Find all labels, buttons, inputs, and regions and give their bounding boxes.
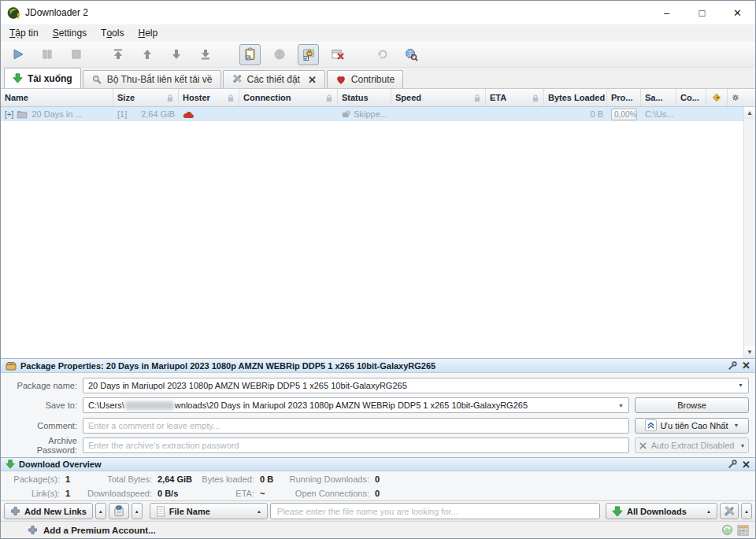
column-header-save-to[interactable]: Sa... bbox=[641, 89, 676, 106]
status-cell: Skippe... bbox=[354, 109, 387, 119]
reconnect-button[interactable] bbox=[372, 44, 393, 65]
add-new-links-button[interactable]: Add New Links bbox=[4, 503, 93, 519]
window-title: JDownloader 2 bbox=[25, 7, 88, 18]
redacted-username bbox=[125, 401, 174, 410]
arrow-top-icon bbox=[112, 48, 124, 61]
paste-links-dropdown-icon[interactable]: ▲ bbox=[132, 503, 143, 519]
column-header-comment[interactable]: Co... bbox=[676, 89, 706, 106]
package-row[interactable]: [+] 20 Days in ... [1]2,64 GiB Skippe...… bbox=[1, 107, 755, 121]
monitor-lock-icon bbox=[302, 47, 316, 61]
add-links-dropdown-icon[interactable]: ▲ bbox=[95, 503, 106, 519]
settings-tools-icon bbox=[232, 75, 243, 85]
arrow-bottom-icon bbox=[199, 48, 212, 61]
priority-highest-icon bbox=[645, 419, 657, 431]
pin-panel-icon[interactable] bbox=[728, 361, 737, 371]
add-premium-account-link[interactable]: Add a Premium Account... bbox=[43, 526, 156, 535]
stop-downloads-button[interactable] bbox=[65, 44, 87, 65]
stat-value: 0 bbox=[369, 474, 755, 484]
clipboard-observer-toggle[interactable] bbox=[239, 44, 261, 65]
scroll-down-icon[interactable]: ▼ bbox=[744, 346, 755, 358]
column-header-eta[interactable]: ETA bbox=[486, 89, 544, 106]
save-to-combobox[interactable]: C:\Users\wnloads\20 Days in Mariupol 202… bbox=[83, 397, 629, 413]
auto-extract-dropdown[interactable]: Auto Extract Disabled ▼ bbox=[635, 437, 749, 453]
scroll-up-icon[interactable]: ▲ bbox=[744, 107, 755, 119]
download-overview-panel: Download Overview ✕ Package(s): 1 Total … bbox=[1, 457, 755, 500]
table-columns-icon[interactable] bbox=[737, 525, 749, 536]
browse-button[interactable]: Browse bbox=[635, 397, 749, 413]
start-downloads-button[interactable] bbox=[7, 44, 28, 65]
filename-search-input[interactable] bbox=[270, 503, 600, 519]
downloads-table: Name Size Hoster Connection Status Speed… bbox=[1, 89, 755, 359]
view-filter-dropdown[interactable]: All Downloads ▲ bbox=[606, 503, 717, 519]
chevron-down-icon: ▼ bbox=[733, 423, 739, 428]
premium-speed-button[interactable] bbox=[269, 44, 290, 65]
column-header-priority[interactable] bbox=[706, 89, 728, 106]
menu-file[interactable]: Tập tin bbox=[2, 24, 46, 42]
lock-icon bbox=[166, 94, 174, 102]
column-header-connection[interactable]: Connection bbox=[239, 89, 338, 106]
quick-settings-button[interactable] bbox=[720, 503, 739, 519]
speed-globe-icon bbox=[272, 47, 287, 61]
tab-settings-close-icon[interactable]: ✕ bbox=[308, 74, 317, 86]
chevron-down-icon[interactable]: ▼ bbox=[613, 403, 624, 408]
close-panel-icon[interactable]: ✕ bbox=[742, 460, 750, 470]
extract-disabled-x-icon bbox=[639, 441, 647, 450]
menu-help[interactable]: Help bbox=[131, 24, 165, 42]
menu-settings[interactable]: Settings bbox=[46, 24, 94, 42]
search-category-dropdown[interactable]: File Name ▲ bbox=[150, 503, 268, 519]
row-expander[interactable]: [+] bbox=[5, 110, 13, 119]
column-header-size[interactable]: Size bbox=[113, 89, 179, 106]
tab-settings[interactable]: Các thiết đặt ✕ bbox=[223, 70, 325, 88]
connection-status-icon[interactable] bbox=[721, 524, 733, 536]
archive-password-input[interactable] bbox=[83, 437, 629, 453]
close-panel-icon[interactable]: ✕ bbox=[742, 360, 750, 371]
menu-tools[interactable]: Tools bbox=[94, 24, 131, 42]
link-count: [1] bbox=[117, 109, 127, 119]
hoster-cloud-icon bbox=[183, 110, 195, 119]
stat-label: Open Connections: bbox=[284, 489, 369, 498]
move-down-button[interactable] bbox=[165, 44, 187, 65]
move-to-bottom-button[interactable] bbox=[195, 44, 216, 65]
web-search-button[interactable] bbox=[401, 44, 422, 65]
priority-dropdown[interactable]: Ưu tiên Cao Nhất ▼ bbox=[635, 418, 749, 434]
stat-label: Downloadspeed: bbox=[83, 489, 152, 498]
tab-linkgrabber[interactable]: Bộ Thu-Bắt liên kết tải về bbox=[83, 70, 221, 88]
main-toolbar bbox=[1, 42, 755, 68]
pause-downloads-button[interactable] bbox=[36, 44, 57, 65]
jdownloader-window: JDownloader 2 – □ ✕ Tập tin Settings Too… bbox=[0, 0, 756, 539]
bottom-toolbar: Add New Links ▲ ▲ File Name ▲ All Downlo… bbox=[1, 500, 755, 521]
save-to-label: Save to: bbox=[7, 401, 83, 410]
quick-settings-dropdown-icon[interactable]: ▲ bbox=[741, 503, 752, 519]
minimize-button[interactable]: – bbox=[649, 1, 684, 24]
close-after-downloads-button[interactable] bbox=[327, 44, 348, 65]
column-header-hoster[interactable]: Hoster bbox=[179, 89, 239, 106]
globe-search-icon bbox=[404, 47, 419, 62]
menu-bar: Tập tin Settings Tools Help bbox=[1, 24, 755, 42]
tab-contribute[interactable]: Contribute bbox=[327, 70, 403, 88]
column-header-status[interactable]: Status bbox=[338, 89, 391, 106]
stat-value: 1 bbox=[60, 474, 83, 484]
bytes-loaded-cell: 0 B bbox=[590, 109, 603, 119]
pin-panel-icon[interactable] bbox=[728, 460, 737, 469]
package-name-label: Package name: bbox=[7, 381, 83, 390]
tab-downloads[interactable]: Tải xuống bbox=[4, 68, 81, 88]
move-to-top-button[interactable] bbox=[107, 44, 128, 65]
panel-title: Package Properties: 20 Days in Mariupol … bbox=[20, 361, 435, 371]
chevron-down-icon[interactable]: ▼ bbox=[733, 382, 743, 388]
column-header-bytes-loaded[interactable]: Bytes Loaded bbox=[544, 89, 607, 106]
maximize-button[interactable]: □ bbox=[684, 1, 720, 24]
lock-shutdown-toggle[interactable] bbox=[298, 44, 319, 65]
paste-links-button[interactable] bbox=[109, 503, 129, 519]
comment-input[interactable] bbox=[83, 418, 629, 434]
table-scrollbar[interactable]: ▲ ▼ bbox=[743, 107, 755, 358]
move-up-button[interactable] bbox=[136, 44, 158, 65]
archive-password-label: Archive Password: bbox=[7, 436, 83, 455]
close-button[interactable]: ✕ bbox=[720, 1, 755, 24]
column-header-name[interactable]: Name bbox=[1, 89, 113, 106]
column-header-speed[interactable]: Speed bbox=[391, 89, 486, 106]
lock-icon bbox=[325, 94, 333, 102]
column-header-progress[interactable]: Pro... bbox=[607, 89, 641, 106]
column-config-button[interactable] bbox=[728, 89, 743, 106]
package-name-combobox[interactable]: 20 Days in Mariupol 2023 1080p AMZN WEBR… bbox=[83, 378, 749, 393]
stat-value: 0 B bbox=[254, 474, 284, 484]
